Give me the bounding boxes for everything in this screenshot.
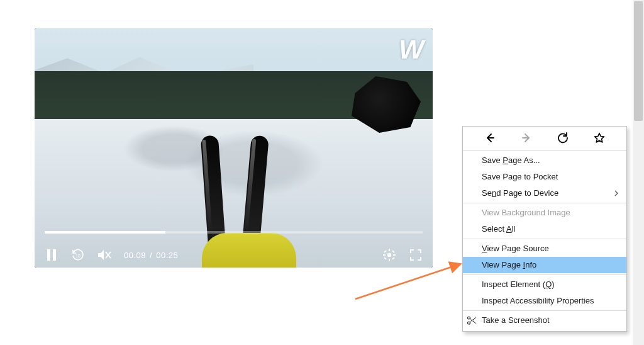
svg-rect-1 — [53, 249, 56, 261]
menu-item-view-page-source[interactable]: View Page Source — [463, 240, 626, 257]
svg-rect-8 — [383, 254, 386, 256]
video-player[interactable]: W 10 00:08 / 00:25 — [35, 28, 433, 268]
menu-item-view-page-info[interactable]: View Page Info — [463, 257, 626, 273]
page-scrollbar-thumb[interactable] — [634, 1, 643, 121]
nav-back-button[interactable] — [484, 132, 496, 144]
menu-item-select-all[interactable]: Select All — [463, 221, 626, 237]
time-separator: / — [150, 251, 152, 260]
menu-item-save-to-pocket[interactable]: Save Page to Pocket — [463, 169, 626, 185]
watermark-icon: W — [399, 35, 424, 65]
context-menu-separator — [463, 150, 626, 151]
nav-bookmark-button[interactable] — [593, 132, 606, 144]
svg-marker-17 — [595, 133, 604, 143]
context-menu-separator — [463, 239, 626, 239]
time-display: 00:08 / 00:25 — [124, 251, 178, 260]
svg-point-5 — [387, 253, 391, 257]
svg-rect-11 — [392, 250, 394, 252]
mute-button[interactable] — [97, 248, 111, 262]
nav-forward-button[interactable] — [520, 132, 533, 144]
duration: 00:25 — [156, 251, 178, 260]
pause-button[interactable] — [45, 248, 58, 262]
rewind-10-button[interactable]: 10 — [71, 248, 85, 262]
svg-rect-13 — [392, 257, 394, 259]
svg-line-20 — [470, 319, 476, 324]
svg-line-21 — [470, 317, 476, 322]
svg-rect-9 — [393, 254, 396, 256]
menu-item-take-screenshot[interactable]: Take a Screenshot — [463, 312, 626, 329]
current-time: 00:08 — [124, 251, 146, 260]
menu-item-save-page-as[interactable]: Save Page As... — [463, 152, 626, 169]
context-menu-separator — [463, 203, 626, 203]
context-menu-separator — [463, 310, 626, 311]
svg-line-14 — [355, 264, 459, 299]
svg-rect-0 — [47, 249, 50, 261]
svg-rect-12 — [384, 257, 386, 259]
menu-item-inspect-element[interactable]: Inspect Element (Q) — [463, 276, 626, 293]
svg-rect-10 — [384, 250, 386, 252]
page-scrollbar-track[interactable] — [633, 0, 644, 345]
menu-item-inspect-accessibility[interactable]: Inspect Accessibility Properties — [463, 293, 626, 309]
menu-item-view-background-image: View Background Image — [463, 205, 626, 221]
settings-button[interactable] — [382, 248, 396, 262]
page-context-menu: Save Page As... Save Page to Pocket Send… — [462, 126, 627, 332]
svg-rect-7 — [389, 259, 390, 261]
svg-text:10: 10 — [75, 254, 80, 258]
svg-rect-6 — [389, 249, 390, 251]
menu-item-send-to-device[interactable]: Send Page to Device — [463, 185, 626, 201]
context-nav-row — [463, 128, 626, 149]
player-controls: 10 00:08 / 00:25 — [35, 223, 433, 268]
chevron-right-icon — [614, 185, 619, 201]
fullscreen-button[interactable] — [409, 248, 423, 262]
context-menu-separator — [463, 274, 626, 275]
seek-bar[interactable] — [45, 231, 423, 234]
scissors-icon — [467, 312, 477, 329]
nav-reload-button[interactable] — [557, 132, 569, 144]
